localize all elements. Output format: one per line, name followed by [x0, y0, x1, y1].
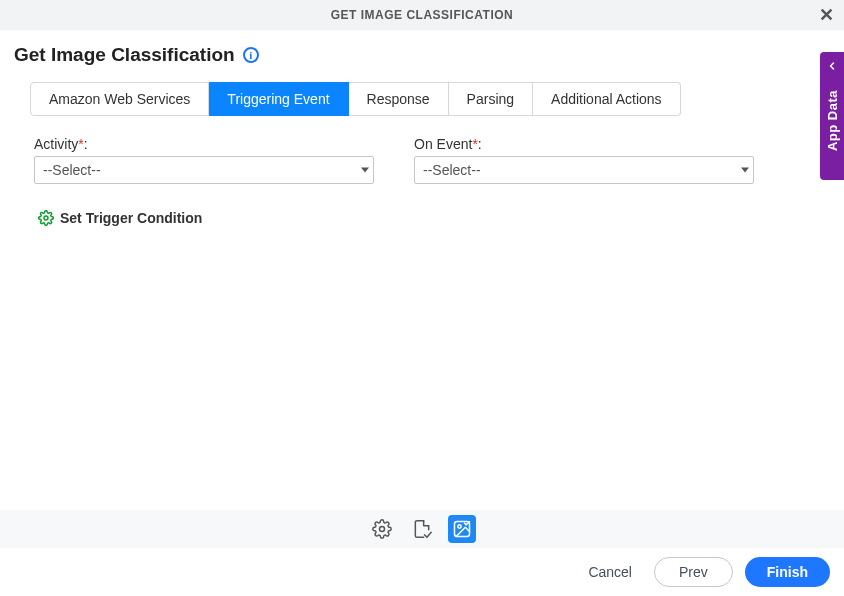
close-icon[interactable]: ✕	[819, 4, 835, 26]
app-data-panel-toggle[interactable]: App Data	[820, 52, 844, 180]
form-row: Activity*: --Select-- On Event*: --Selec…	[0, 116, 844, 184]
prev-button[interactable]: Prev	[654, 557, 733, 587]
page-title: Get Image Classification	[14, 44, 235, 66]
svg-point-0	[44, 216, 48, 220]
info-icon[interactable]: i	[243, 47, 259, 63]
tab-additional-actions[interactable]: Additional Actions	[533, 82, 681, 116]
set-trigger-condition-label: Set Trigger Condition	[60, 210, 202, 226]
gear-icon	[38, 210, 54, 226]
tabs: Amazon Web Services Triggering Event Res…	[30, 82, 844, 116]
svg-point-3	[458, 525, 461, 528]
footer: Cancel Prev Finish	[0, 548, 844, 596]
tab-triggering-event[interactable]: Triggering Event	[209, 82, 348, 116]
modal-header: GET IMAGE CLASSIFICATION ✕	[0, 0, 844, 30]
bottom-toolbar	[0, 510, 844, 548]
onevent-select[interactable]: --Select--	[414, 156, 754, 184]
chevron-left-icon	[826, 58, 838, 76]
activity-select[interactable]: --Select--	[34, 156, 374, 184]
settings-toolbar-button[interactable]	[368, 515, 396, 543]
set-trigger-condition-link[interactable]: Set Trigger Condition	[38, 210, 844, 226]
tab-parsing[interactable]: Parsing	[449, 82, 533, 116]
activity-label: Activity*:	[34, 136, 374, 152]
image-toolbar-button[interactable]	[448, 515, 476, 543]
cancel-button[interactable]: Cancel	[578, 558, 642, 586]
onevent-select-wrap: --Select--	[414, 156, 754, 184]
onevent-label: On Event*:	[414, 136, 754, 152]
app-data-label: App Data	[825, 90, 840, 151]
finish-button[interactable]: Finish	[745, 557, 830, 587]
page-title-row: Get Image Classification i	[0, 30, 844, 78]
svg-point-1	[380, 527, 385, 532]
activity-select-wrap: --Select--	[34, 156, 374, 184]
tab-amazon-web-services[interactable]: Amazon Web Services	[30, 82, 209, 116]
tab-response[interactable]: Response	[349, 82, 449, 116]
modal-title: GET IMAGE CLASSIFICATION	[331, 8, 513, 22]
activity-field-group: Activity*: --Select--	[34, 136, 374, 184]
onevent-field-group: On Event*: --Select--	[414, 136, 754, 184]
document-check-toolbar-button[interactable]	[408, 515, 436, 543]
